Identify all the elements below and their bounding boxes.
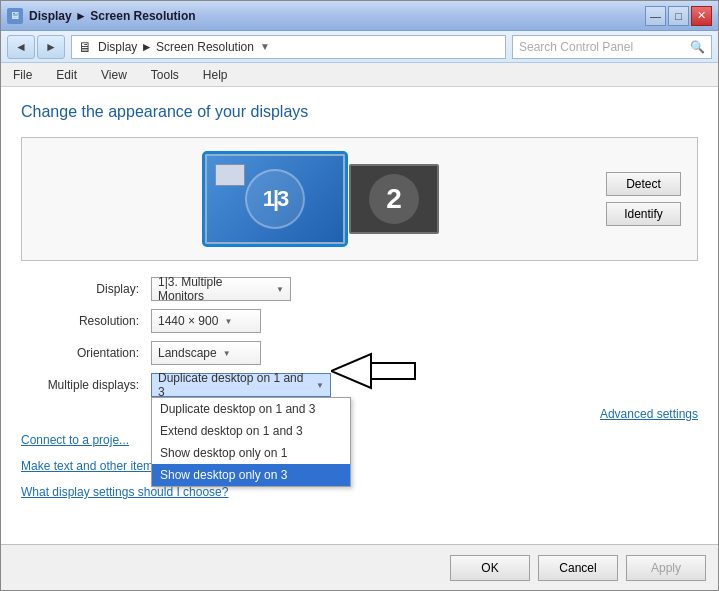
monitor-area: 1|3 2 Detect Identify	[21, 137, 698, 261]
menu-tools[interactable]: Tools	[147, 66, 183, 84]
multiple-displays-value: Duplicate desktop on 1 and 3	[158, 371, 310, 399]
resolution-control: 1440 × 900 ▼	[151, 309, 698, 333]
title-bar-text: Display ► Screen Resolution	[29, 9, 196, 23]
menu-help[interactable]: Help	[199, 66, 232, 84]
monitor-1[interactable]: 1|3	[205, 154, 345, 244]
orientation-value: Landscape	[158, 346, 217, 360]
multiple-displays-menu: Duplicate desktop on 1 and 3 Extend desk…	[151, 397, 351, 487]
orientation-label: Orientation:	[21, 346, 151, 360]
monitors-display: 1|3 2	[38, 154, 606, 244]
resolution-dropdown-arrow: ▼	[224, 317, 232, 326]
option-extend[interactable]: Extend desktop on 1 and 3	[152, 420, 350, 442]
display-label: Display:	[21, 282, 151, 296]
address-field[interactable]: 🖥 Display ► Screen Resolution ▼	[71, 35, 506, 59]
window-icon: 🖥	[7, 8, 23, 24]
connect-row: Connect to a proje...	[21, 431, 698, 449]
address-bar: ◄ ► 🖥 Display ► Screen Resolution ▼ Sear…	[1, 31, 718, 63]
display-value: 1|3. Multiple Monitors	[158, 275, 270, 303]
multiple-displays-dropdown[interactable]: Duplicate desktop on 1 and 3 ▼	[151, 373, 331, 397]
option-show-only-1[interactable]: Show desktop only on 1	[152, 442, 350, 464]
search-icon: 🔍	[690, 40, 705, 54]
svg-rect-0	[371, 363, 415, 379]
maximize-button[interactable]: □	[668, 6, 689, 26]
title-bar-controls: — □ ✕	[645, 6, 712, 26]
connect-link[interactable]: Connect to a proje...	[21, 433, 129, 447]
monitor-buttons: Detect Identify	[606, 172, 681, 226]
option-show-only-3[interactable]: Show desktop only on 3	[152, 464, 350, 486]
ok-button[interactable]: OK	[450, 555, 530, 581]
bottom-bar: OK Cancel Apply	[1, 544, 718, 590]
display-control: 1|3. Multiple Monitors ▼	[151, 277, 698, 301]
main-window: 🖥 Display ► Screen Resolution — □ ✕ ◄ ► …	[0, 0, 719, 591]
menu-bar: File Edit View Tools Help	[1, 63, 718, 87]
monitor-1-label: 1|3	[245, 169, 305, 229]
dropdown-arrow-addr: ▼	[260, 41, 270, 52]
close-button[interactable]: ✕	[691, 6, 712, 26]
menu-edit[interactable]: Edit	[52, 66, 81, 84]
orientation-dropdown[interactable]: Landscape ▼	[151, 341, 261, 365]
apply-button[interactable]: Apply	[626, 555, 706, 581]
multiple-displays-dropdown-arrow: ▼	[316, 381, 324, 390]
option-duplicate[interactable]: Duplicate desktop on 1 and 3	[152, 398, 350, 420]
breadcrumb: Display ► Screen Resolution	[98, 40, 254, 54]
make-text-row: Make text and other items larger or smal…	[21, 457, 698, 475]
resolution-dropdown[interactable]: 1440 × 900 ▼	[151, 309, 261, 333]
svg-marker-1	[331, 354, 371, 388]
resolution-value: 1440 × 900	[158, 314, 218, 328]
monitor-2-label: 2	[386, 183, 402, 215]
detect-button[interactable]: Detect	[606, 172, 681, 196]
resolution-label: Resolution:	[21, 314, 151, 328]
breadcrumb-icon: 🖥	[78, 39, 92, 55]
cancel-button[interactable]: Cancel	[538, 555, 618, 581]
what-display-link[interactable]: What display settings should I choose?	[21, 485, 228, 499]
menu-file[interactable]: File	[9, 66, 36, 84]
identify-button[interactable]: Identify	[606, 202, 681, 226]
display-dropdown[interactable]: 1|3. Multiple Monitors ▼	[151, 277, 291, 301]
minimize-button[interactable]: —	[645, 6, 666, 26]
page-title: Change the appearance of your displays	[21, 103, 698, 121]
what-display-row: What display settings should I choose?	[21, 483, 698, 501]
title-bar: 🖥 Display ► Screen Resolution — □ ✕	[1, 1, 718, 31]
monitor-2[interactable]: 2	[349, 164, 439, 234]
main-content: Change the appearance of your displays 1…	[1, 87, 718, 544]
advanced-settings-link[interactable]: Advanced settings	[600, 407, 698, 421]
menu-view[interactable]: View	[97, 66, 131, 84]
monitor-2-circle: 2	[369, 174, 419, 224]
forward-button[interactable]: ►	[37, 35, 65, 59]
search-placeholder: Search Control Panel	[519, 40, 686, 54]
multiple-displays-label: Multiple displays:	[21, 378, 151, 392]
back-button[interactable]: ◄	[7, 35, 35, 59]
orientation-dropdown-arrow: ▼	[223, 349, 231, 358]
small-monitor-decoration	[215, 164, 245, 186]
currently-row: This is currently you Advanced settings	[21, 405, 698, 423]
search-box[interactable]: Search Control Panel 🔍	[512, 35, 712, 59]
arrow-graphic	[331, 349, 431, 393]
display-dropdown-arrow: ▼	[276, 285, 284, 294]
